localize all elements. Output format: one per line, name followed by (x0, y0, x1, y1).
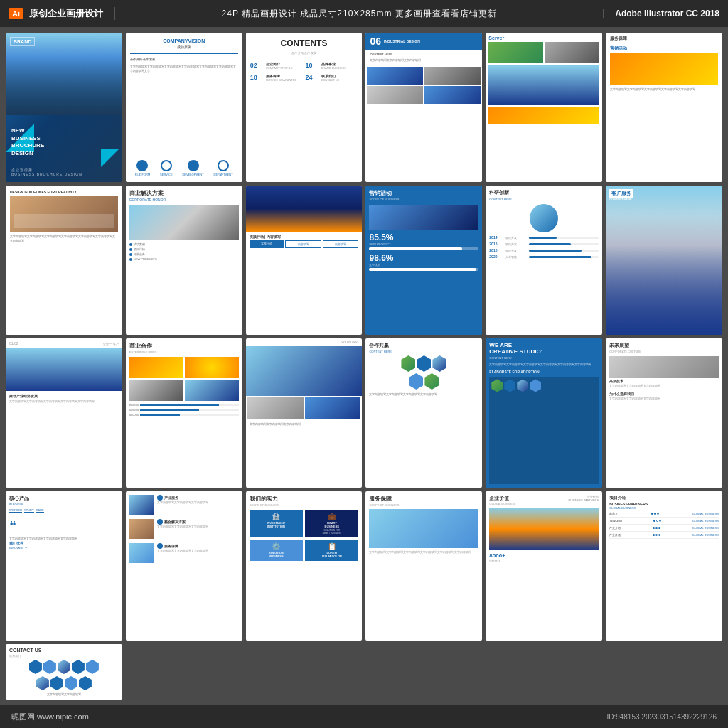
brand-logo: BRAND (10, 37, 35, 46)
coop-hex-sub: CONTENT HERE (369, 350, 478, 353)
ev-img (489, 508, 599, 550)
server-img-building (545, 42, 599, 63)
card-industry-services[interactable]: 产业服务 文字内容填写文字内容填写文字内容填写 整合解决方案 文字内容填写文字内… (126, 491, 242, 641)
card-building-portfolio[interactable]: YOUR LOGO 文字内容填写文字内容填写文字内容填写 (246, 338, 363, 488)
bp-dots-4 (653, 534, 660, 536)
server-img-stadium (488, 42, 543, 63)
card-service-guarantee[interactable]: 服务保障 SCOPE OF BUSINESS 文字内容填写文字内容填写文字内容填… (365, 491, 482, 641)
card-enterprise-01[interactable]: 01/02 企业·一·客户 推动产业经济发展 文字内容填写文字内容填写文字内容填… (6, 338, 122, 488)
bottom-bar: 昵图网 www.nipic.com ID:948153 202303151439… (0, 705, 728, 728)
ind-thumb-2 (424, 67, 481, 85)
card-biz-coop[interactable]: 商业合作 ENTERPRISE BUILD 800000 600000 4000… (126, 338, 242, 488)
ind-thumb-1 (367, 67, 423, 85)
sg-body: 文字内容填写文字内容填写文字内容填写文字内容填写文字内容填写文字内容填写 (369, 550, 478, 555)
svc-img-3 (129, 543, 154, 563)
svc-item-2: 整合解决方案 文字内容填写文字内容填写文字内容填写 (129, 519, 239, 539)
bp-item-1: 出品方 GLOBAL BUSINESS (609, 512, 719, 518)
contact-body: 文字内容填写文字内容填写 (9, 692, 119, 696)
city-btn-3: 内容填写 (323, 240, 359, 248)
coop-img-4 (185, 380, 239, 401)
coop-imgs (129, 357, 239, 401)
creative-hex-area (489, 377, 599, 484)
ind-subtitle: CONTENT HERE 文字内容填写文字内容填写文字内容填写 (365, 50, 482, 65)
hex-2 (417, 355, 431, 372)
card-business-solution[interactable]: 商业解决方案 CORPORATE HONOR 成功案例 项目详情 拓展业务 NE… (126, 186, 242, 335)
card-server[interactable]: Server (486, 33, 602, 182)
bottom-id: ID:948153 2023031514392229126 (606, 713, 717, 721)
platform-circle (136, 160, 148, 171)
card-our-strength[interactable]: 我们的实力 SCOPE OF BUSINESS 🏦 INVESTMENTINST… (246, 491, 363, 641)
ev-header: 企业价值 GLOBAL BUSINESS 企业价值BUSINESS PARTNE… (489, 495, 599, 505)
coop-title: 商业合作 (129, 342, 239, 350)
core-tag-2: STUDY (24, 508, 34, 513)
card-design-guidelines[interactable]: DESIGN GUIDELINES FOR CREATIVITY. 文字内容填写… (6, 186, 122, 335)
creative-sub: CONTENT HERE (489, 356, 599, 360)
service-titles: 服务保障 (610, 36, 718, 43)
coop-img-3 (129, 380, 183, 401)
card-industrial[interactable]: 06 INDUSTRIAL DESIGN CONTENT HERE 文字内容填写… (365, 33, 482, 182)
coop-bars: 800000 600000 400000 (129, 403, 239, 417)
card-enterprise-value[interactable]: 企业价值 GLOBAL BUSINESS 企业价值BUSINESS PARTNE… (486, 491, 602, 641)
ent-label: 企业·一·客户 (103, 342, 119, 346)
card-company-vision[interactable]: COMPANYVISION 成功原例 合作·开拓·合作·发展 文字内容填写文字内… (126, 33, 242, 182)
marketing-bar2 (369, 268, 478, 271)
cv-icon-dept: DEPARTMENT (214, 160, 233, 176)
core-sub: IN FOCUS (9, 503, 119, 506)
cv-body: 文字内容填写文字内容填写文字内容填写文字内容 填写文字内容填写文字内容填写文字内… (130, 65, 238, 73)
hex-1 (401, 355, 415, 372)
strength-icon-3: ⚙️ (272, 542, 280, 550)
card-city-night[interactable]: 实践行动 | 内容填写 实践行动 内容填写 内容填写 (246, 186, 363, 335)
strength-box-3: ⚙️ SOLUTIONBUSINESS (250, 540, 303, 561)
portfolio-logo: YOUR LOGO (246, 338, 363, 346)
card-business-partners[interactable]: 项目介绍 BUSINESS PARTNERS GLOBAL BUSINESS 出… (606, 491, 722, 641)
svc-item-3-info: 服务保障 文字内容填写文字内容填写文字内容填写 (157, 543, 208, 553)
card-marketing-blue[interactable]: 营销活动 SCOPE OF BUSINESS 85.5% NEW PRODUCT… (365, 186, 482, 335)
coop-img-1 (129, 357, 183, 378)
card-contents[interactable]: CONTENTS 合作·开拓·合作·发展 02 企业简介 COMPANY PRO… (246, 33, 363, 182)
contact-hex-8 (65, 676, 77, 690)
cv-icon-service: SERVICE (160, 160, 173, 176)
cv-title: COMPANYVISION (130, 38, 238, 43)
card-customer-service[interactable]: 客户服务 CONTENT HERE (606, 186, 722, 335)
bp-dots-1 (651, 513, 659, 515)
ev-sub2: 企业价值BUSINESS PARTNERS (568, 495, 599, 505)
main-grid: BRAND NEWBUSINESSBROCHUREDESIGN 企业宣传册 BU… (0, 27, 728, 705)
hex-row-2 (369, 373, 478, 390)
biz-subtitle: CORPORATE HONOR (129, 198, 239, 202)
tech-item-2016: 2016 项目开发 (489, 242, 599, 246)
ind-photo-grid (365, 65, 482, 105)
svc-icon-1 (157, 495, 163, 500)
contact-hex-7 (50, 676, 63, 690)
sg-img (369, 509, 478, 548)
item-info-18: 服务保障 SERVICE GUARANTEE (266, 74, 303, 82)
card-cooperation-hex[interactable]: 合作共赢 CONTENT HERE 文字内容填写文字内容填写文字内容填写文字内容… (365, 338, 482, 488)
card-service-marketing[interactable]: 服务保障 营销活动 文字内容填写文字内容填写文字内容填写文字内容填写文字内容填写 (606, 33, 722, 182)
strength-box-2: 💼 SMARTBUSINESS SOLUTION FORSMART BUSINE… (305, 510, 358, 537)
contact-hex-area (9, 660, 119, 690)
card-creative-studio[interactable]: WE ARE CREATIVE STUDIO: CONTENT HERE 文字内… (486, 338, 602, 488)
contact-hex-5 (86, 660, 99, 674)
design-title: DESIGN GUIDELINES FOR CREATIVITY. (10, 190, 118, 194)
future-item-2: 为什么选择我们 文字内容填写文字内容填写文字内容填写 (609, 392, 719, 401)
ai-badge: Ai (9, 8, 23, 19)
cv-icons-row: PLATFORM SERVICE DEVELOPMENT DEPARTMENT (130, 160, 238, 176)
tech-title: 科研创新 (489, 189, 599, 196)
core-label2: INNOVATE ™ (9, 546, 119, 550)
card-cover[interactable]: BRAND NEWBUSINESSBROCHUREDESIGN 企业宣传册 BU… (6, 33, 122, 182)
card-contact-hex[interactable]: CONTACT US 联系我们 文字内容填写文字内容填写 (6, 644, 122, 700)
marketing-img (369, 205, 478, 230)
creative-hex-2 (504, 379, 515, 392)
biz-item-4: NEW PRODUCTS (129, 257, 239, 261)
card-core-products[interactable]: 核心产品 IN FOCUS WORKER STUDY CARE ❝ 文字内容填写… (6, 491, 122, 641)
ind-thumb-3 (367, 86, 423, 104)
card-future-prospects[interactable]: 未来展望 CORPORATE CULTURE 高新技术 文字内容填写文字内容填写… (606, 338, 722, 488)
marketing-sub: SCOPE OF BUSINESS (369, 198, 478, 201)
contents-subtitle: 合作·开拓·合作·发展 (250, 51, 358, 55)
creative-hex-1 (491, 379, 503, 392)
bp-item-2: TENCENT GLOBAL BUSINESS (609, 519, 719, 525)
tech-item-2020: 2020 人工智能 (489, 255, 599, 259)
city-body: 实践行动 | 内容填写 实践行动 内容填写 内容填写 (246, 232, 363, 251)
biz-dot-3 (129, 253, 132, 256)
card-tech-innovation[interactable]: 科研创新 CONTENT HERE 2014 项目开发 2016 项目开发 20… (486, 186, 602, 335)
contents-title: CONTENTS (250, 38, 358, 48)
